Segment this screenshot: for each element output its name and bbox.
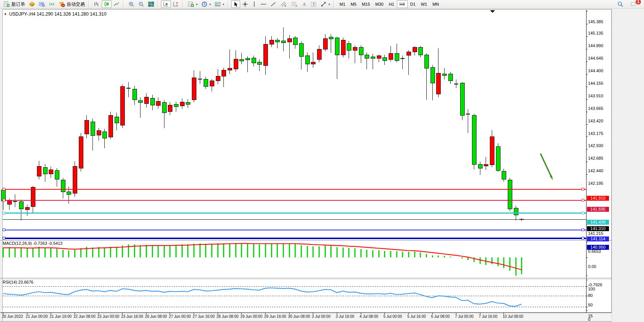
chart-title-text: USDJPY-,H4 141.290 141.326 141.280 141.3…	[9, 11, 107, 17]
date-axis-label: 21 Jun 16:00	[49, 314, 72, 319]
bear-candle	[472, 115, 476, 164]
bear-candle	[55, 170, 59, 179]
date-axis-label: 27 Jun 16:00	[193, 314, 215, 319]
bull-candle	[210, 81, 214, 86]
bull-candle	[413, 47, 417, 52]
bull-candle	[406, 52, 411, 55]
bear-candle	[383, 57, 387, 60]
bull-candle	[216, 76, 220, 81]
bull-candle	[269, 40, 274, 44]
bull-candle	[84, 120, 89, 134]
date-axis-label: 29 Jun 00:00	[240, 314, 262, 319]
line-handle	[582, 199, 584, 201]
bear-candle	[102, 132, 107, 138]
bull-candle	[37, 167, 41, 176]
bear-candle	[508, 180, 512, 209]
bull-candle	[389, 53, 393, 59]
bear-candle	[430, 68, 435, 83]
rsi-scale-label: 80	[588, 293, 593, 298]
price-axis-label: 145.385	[588, 19, 603, 24]
price-axis-label: 144.155	[588, 81, 603, 86]
line-handle	[3, 188, 5, 190]
line-handle	[582, 212, 584, 214]
bear-candle	[329, 37, 333, 39]
bull-candle	[97, 130, 101, 135]
bull-candle	[353, 47, 357, 50]
date-axis-label: 23 Jun 00:00	[97, 314, 120, 319]
date-axis-label: 28 Jun 08:00	[217, 314, 239, 319]
date-axis-label: 7 Jul 16:00	[479, 314, 497, 319]
bear-candle	[257, 62, 261, 65]
price-axis-label: 142.930	[588, 143, 603, 148]
macd-scale-label: -0.7926	[588, 282, 602, 287]
bear-candle	[186, 102, 190, 104]
price-axis-label: 144.400	[588, 68, 603, 73]
price-tag-141.910: 141.910	[587, 196, 609, 201]
bear-candle	[460, 83, 464, 115]
bear-candle	[514, 208, 518, 215]
bear-candle	[502, 171, 506, 179]
bear-candle	[448, 74, 453, 81]
price-axis-label: 141.215	[588, 231, 603, 236]
bull-candle	[108, 115, 113, 137]
date-axis-label: 22 Jun 08:00	[73, 314, 96, 319]
line-handle	[582, 188, 584, 190]
mt4-window: 新订单	[0, 0, 644, 322]
price-axis-label: 143.420	[588, 119, 603, 123]
date-axis-label: 5 Jul 00:00	[383, 314, 402, 319]
bull-candle	[25, 207, 29, 210]
bull-candle	[234, 59, 238, 69]
chart-canvas	[0, 0, 644, 322]
bull-candle	[192, 78, 196, 100]
bear-candle	[115, 117, 119, 123]
line-handle	[582, 229, 584, 231]
bear-candle	[281, 41, 285, 43]
date-axis-label: 10 Jul 08:00	[502, 314, 523, 319]
bull-candle	[79, 136, 83, 168]
bear-candle	[19, 201, 23, 209]
price-axis-label: 143.910	[588, 94, 603, 98]
date-axis-label: 29 Jun 16:00	[264, 314, 286, 319]
rsi-scale-label: 0	[588, 317, 590, 322]
rsi-scale-label: 100	[588, 287, 595, 291]
price-axis-label: 142.440	[588, 168, 603, 173]
bull-candle	[31, 187, 35, 207]
bull-candle	[144, 97, 148, 103]
date-axis-label: 7 Jul 00:00	[455, 314, 473, 319]
date-axis-label: 26 Jun 08:00	[145, 314, 167, 319]
line-handle	[3, 237, 5, 240]
bull-candle	[7, 201, 11, 204]
bull-candle	[377, 56, 381, 59]
bear-candle	[293, 38, 297, 44]
line-handle	[3, 199, 5, 201]
line-handle	[3, 212, 5, 214]
bear-candle	[138, 100, 142, 102]
symbol-dropdown-icon[interactable]: ▼	[4, 13, 7, 16]
bear-candle	[347, 44, 351, 50]
price-axis-label: 142.685	[588, 156, 603, 160]
price-axis-label: 143.175	[588, 131, 603, 136]
price-tag-141.114: 141.114	[587, 236, 609, 241]
date-axis-label: 5 Jul 16:00	[407, 314, 426, 319]
bear-candle	[275, 40, 279, 42]
bull-candle	[490, 136, 494, 165]
date-axis-label: 20 Jun 2023	[2, 314, 23, 319]
macd-scale-label: 0.00	[588, 264, 596, 269]
bull-candle	[484, 164, 488, 166]
bear-candle	[365, 55, 369, 58]
date-axis-label: 4 Jul 08:00	[360, 314, 378, 319]
date-axis-label: 21 Jun 00:00	[26, 314, 48, 319]
bear-candle	[150, 98, 155, 105]
chart-window[interactable]: ▼ USDJPY-,H4 141.290 141.326 141.280 141…	[0, 9, 644, 322]
rsi-scale-label: 50	[588, 303, 593, 307]
bull-candle	[436, 73, 440, 94]
price-axis-label: 143.665	[588, 106, 603, 111]
bull-candle	[222, 70, 226, 76]
bear-candle	[299, 44, 303, 57]
bear-candle	[245, 59, 250, 60]
price-axis-label: 144.645	[588, 56, 603, 60]
bear-candle	[67, 192, 71, 195]
price-axis-label: 144.890	[588, 43, 603, 48]
bull-candle	[49, 170, 53, 174]
bull-candle	[311, 62, 315, 64]
